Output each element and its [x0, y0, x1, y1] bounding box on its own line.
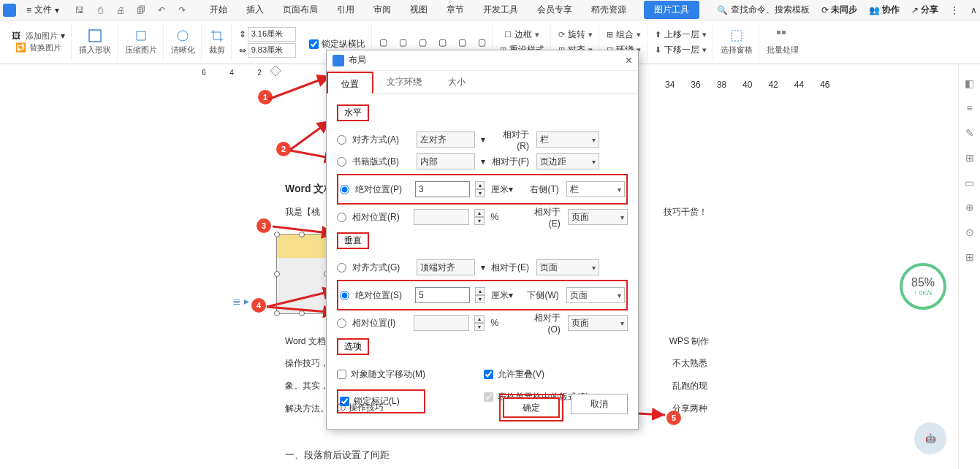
width-input[interactable] — [248, 43, 296, 58]
v-abs-radio[interactable] — [340, 291, 349, 300]
border-button[interactable]: ☐ 边框 ▾ — [504, 28, 539, 41]
selected-image[interactable] — [276, 234, 327, 314]
tips-link[interactable]: ⓘ操作技巧 — [337, 402, 384, 414]
spinner-up-icon[interactable]: ▴ — [475, 181, 485, 189]
h-abs-spinner[interactable]: ▴▾ — [475, 181, 485, 197]
spinner-up-icon[interactable]: ▴ — [475, 287, 485, 295]
tab-review[interactable]: 审阅 — [372, 1, 392, 19]
paragraph-gutter-icon[interactable]: ≣ ▸ — [232, 295, 249, 307]
tab-resources[interactable]: 稻壳资源 — [590, 1, 628, 19]
tab-developer[interactable]: 开发工具 — [482, 1, 520, 19]
collab-button[interactable]: 👥 协作 — [869, 4, 900, 16]
h-book-radio[interactable] — [337, 157, 346, 167]
v-rel-input[interactable] — [414, 315, 469, 331]
resize-handle[interactable] — [274, 271, 280, 277]
h-rel-input[interactable] — [414, 209, 469, 225]
tab-member[interactable]: 会员专享 — [536, 1, 574, 19]
panel-icon[interactable]: ⊙ — [965, 226, 974, 238]
spinner-up-icon[interactable]: ▴ — [474, 315, 485, 323]
h-rel-ref-combo[interactable]: 页面▾ — [568, 209, 628, 225]
speed-widget[interactable]: 85% ↑ 0K/s — [900, 263, 946, 310]
chevron-down-icon[interactable]: ▾ — [481, 262, 485, 272]
v-abs-input[interactable]: 5 — [415, 287, 470, 303]
tab-references[interactable]: 引用 — [335, 1, 356, 19]
chevron-down-icon[interactable]: ▾ — [481, 156, 485, 167]
tab-chapter[interactable]: 章节 — [445, 1, 466, 19]
compress-button[interactable]: 压缩图片 — [119, 23, 164, 61]
resize-handle[interactable] — [299, 232, 305, 237]
h-unit[interactable]: 厘米▾ — [491, 183, 518, 196]
insert-shape-button[interactable]: 插入形状 — [73, 23, 118, 61]
v-rel-radio[interactable] — [337, 319, 346, 328]
h-align-ref-combo[interactable]: 栏▾ — [536, 131, 599, 148]
indent-marker-icon[interactable] — [270, 66, 281, 76]
panel-icon[interactable]: ⊞ — [965, 251, 974, 263]
allow-overlap-check[interactable]: 允许重叠(V) — [484, 368, 589, 381]
replace-image-button[interactable]: 🔁 替换图片 — [15, 42, 61, 54]
panel-icon[interactable]: ✎ — [965, 127, 974, 139]
panel-icon[interactable]: ≡ — [966, 102, 972, 114]
shadow-icon[interactable]: ▢ — [379, 37, 387, 47]
effect-icon[interactable]: ▢ — [399, 37, 407, 47]
h-book-combo[interactable]: 内部 — [417, 153, 475, 169]
contrast-icon[interactable]: ▢ — [458, 37, 466, 47]
panel-icon[interactable]: ⊞ — [965, 152, 974, 164]
v-align-radio[interactable] — [337, 263, 346, 272]
sharpen-button[interactable]: 清晰化 — [165, 23, 202, 61]
redo-icon[interactable]: ↷ — [176, 4, 188, 16]
close-icon[interactable]: × — [626, 54, 632, 67]
tab-page-layout[interactable]: 页面布局 — [281, 1, 319, 19]
select-pane-button[interactable]: 选择窗格 — [715, 23, 759, 61]
undo-icon[interactable]: ↶ — [156, 4, 167, 16]
ok-button[interactable]: 确定 — [503, 397, 560, 418]
tab-picture-tools[interactable]: 图片工具 — [644, 1, 699, 19]
dialog-tab-size[interactable]: 大小 — [435, 71, 479, 94]
dialog-tab-position[interactable]: 位置 — [327, 72, 373, 94]
h-rel-spinner[interactable]: ▴▾ — [474, 209, 485, 225]
move-with-text-check[interactable]: 对象随文字移动(M) — [337, 368, 425, 381]
v-unit[interactable]: 厘米▾ — [491, 289, 518, 302]
crop-button[interactable]: 裁剪 — [203, 23, 232, 61]
resize-handle[interactable] — [274, 310, 280, 316]
brightness-icon[interactable]: ▢ — [438, 37, 447, 47]
h-abs-ref-combo[interactable]: 栏▾ — [566, 181, 625, 197]
panel-icon[interactable]: ⊕ — [965, 202, 974, 213]
lock-ratio-checkbox[interactable]: 锁定纵横比 — [309, 38, 365, 50]
spinner-up-icon[interactable]: ▴ — [474, 209, 485, 217]
tab-home[interactable]: 开始 — [208, 1, 229, 19]
cancel-button[interactable]: 取消 — [571, 394, 628, 414]
panel-icon[interactable]: ▭ — [965, 177, 974, 188]
sync-status[interactable]: ⟳ 未同步 — [821, 4, 857, 16]
preview-icon[interactable]: 🗐 — [135, 4, 147, 16]
save-as-icon[interactable]: ⎙ — [94, 4, 106, 16]
v-rel-ref-combo[interactable]: 页面▾ — [568, 315, 628, 331]
tab-view[interactable]: 视图 — [409, 1, 429, 19]
h-align-combo[interactable]: 左对齐 — [417, 131, 475, 148]
file-menu[interactable]: ≡ 文件 ▾ — [22, 2, 64, 18]
v-align-ref-combo[interactable]: 页面▾ — [536, 259, 599, 275]
print-icon[interactable]: 🖨 — [115, 4, 126, 16]
spinner-down-icon[interactable]: ▾ — [475, 295, 485, 303]
v-abs-spinner[interactable]: ▴▾ — [475, 287, 485, 303]
h-align-radio[interactable] — [337, 135, 346, 145]
spinner-down-icon[interactable]: ▾ — [474, 323, 485, 331]
h-abs-input[interactable]: 3 — [415, 181, 470, 197]
more-menu-icon[interactable]: ⋮ — [950, 5, 959, 15]
command-search[interactable]: 🔍 查找命令、搜索模板 — [717, 4, 810, 16]
h-abs-radio[interactable] — [340, 185, 349, 194]
resize-handle[interactable] — [274, 232, 280, 237]
v-rel-spinner[interactable]: ▴▾ — [474, 315, 485, 331]
add-image-button[interactable]: 🖼 添加图片 ▾ — [12, 31, 65, 42]
resize-handle[interactable] — [299, 310, 305, 316]
height-input[interactable] — [248, 27, 296, 42]
h-rel-radio[interactable] — [337, 213, 346, 222]
v-align-combo[interactable]: 顶端对齐 — [417, 259, 475, 275]
v-abs-ref-combo[interactable]: 页面▾ — [566, 287, 625, 303]
combine-button[interactable]: ⊞ 组合 ▾ — [607, 28, 641, 41]
chevron-down-icon[interactable]: ▾ — [481, 134, 485, 145]
recolor-icon[interactable]: ▢ — [478, 37, 486, 47]
dialog-titlebar[interactable]: 布局 × — [327, 50, 638, 71]
up-layer-button[interactable]: ⬆ 上移一层 ▾ — [655, 28, 707, 41]
dialog-tab-wrap[interactable]: 文字环绕 — [373, 71, 435, 94]
spinner-down-icon[interactable]: ▾ — [474, 217, 485, 225]
